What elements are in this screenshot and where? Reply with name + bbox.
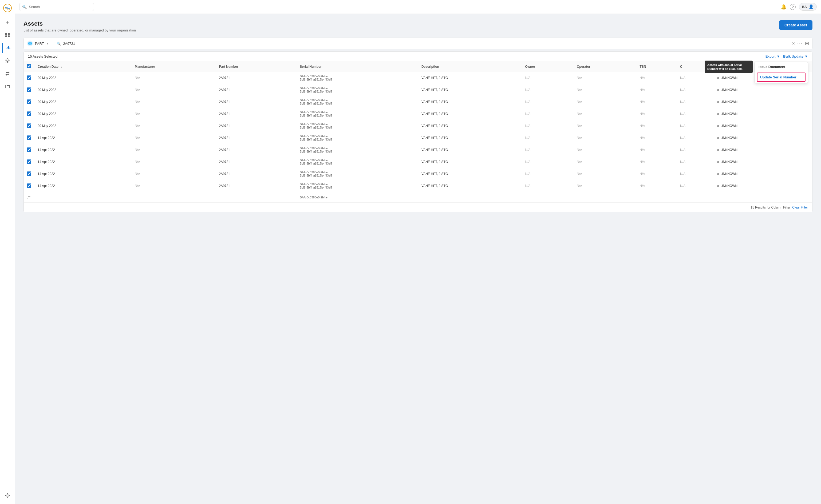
bulk-update-chevron-icon: ▼ [804,54,808,58]
filter-globe-icon: 🌐 [27,41,33,46]
sidebar-item-flights[interactable] [2,43,13,53]
row-operator: N/A [573,84,637,96]
page-header-text: Assets List of assets that are owned, op… [23,20,136,32]
row-creation-date: 20 May 2022 [34,96,131,108]
th-owner[interactable]: Owner [522,61,573,72]
app-logo[interactable] [3,3,12,13]
row-description [418,192,522,203]
row-checkbox[interactable] [27,111,31,116]
row-part-number: 2A9721 [216,168,297,180]
row-checkbox-cell [24,120,34,132]
table-row: 20 May 2022 N/A 2A9721 BAA-0c3388e0-2b4a… [24,84,812,96]
row-checkbox[interactable] [27,75,31,80]
export-button[interactable]: Export ▼ [766,54,780,58]
row-operator: N/A [573,168,637,180]
sidebar-item-maintenance[interactable] [2,55,13,66]
row-manufacturer: N/A [131,144,216,156]
status-dot [717,101,719,103]
row-checkbox[interactable] [27,171,31,176]
status-dot [717,149,719,151]
content-area: Assets List of assets that are owned, op… [15,14,821,504]
filter-type-selector[interactable]: 🌐 PART ▼ [27,41,52,46]
notifications-icon[interactable]: 🔔 [781,4,787,10]
row-tsn: N/A [637,108,677,120]
status-dot [717,137,719,139]
clear-filter-link[interactable]: Clear Filter [792,206,808,209]
sidebar-item-exchange[interactable] [2,68,13,79]
filter-more-icon[interactable]: ··· [797,41,803,46]
row-operator [573,192,637,203]
row-checkbox[interactable] [27,99,31,104]
select-all-checkbox[interactable] [27,64,31,68]
table-row: 14 Apr 2022 N/A 2A9721 BAA-0c3388e0-2b4a… [24,168,812,180]
row-operator: N/A [573,72,637,84]
issue-document-label: Issue Document [759,65,785,69]
row-part-number: 2A9721 [216,180,297,192]
th-operator[interactable]: Operator [573,61,637,72]
bulk-update-button[interactable]: Bulk Update ▼ Issue Document Assets with… [783,54,808,58]
row-checkbox-cell [24,192,34,203]
row-part-number: 2A9721 [216,156,297,168]
row-description: VANE HPT, 2 STG [418,120,522,132]
th-c-label: C [680,65,683,69]
table-body: 20 May 2022 N/A 2A9721 BAA-0c3388e0-2b4a… [24,72,812,203]
row-issue-document: UNKNOWN [714,132,812,144]
svg-point-6 [7,495,8,496]
th-tsn-label: TSN [640,65,646,69]
sidebar-item-settings[interactable] [2,490,13,501]
help-icon[interactable]: ? [790,4,796,10]
sidebar-item-dashboard[interactable] [2,30,13,41]
th-serial-number[interactable]: Serial Number [297,61,418,72]
status-dot [717,125,719,127]
row-checkbox[interactable] [27,147,31,152]
row-serial-number: BAA-0c3388e0-2b4a- 5bf8-5bf4-a1517b4f93a… [297,108,418,120]
th-description[interactable]: Description [418,61,522,72]
filter-columns-icon[interactable]: ⊞ [805,41,809,46]
row-description: VANE HPT, 2 STG [418,132,522,144]
table-row: 20 May 2022 N/A 2A9721 BAA-0c3388e0-2b4a… [24,96,812,108]
sidebar-item-add[interactable]: + [2,17,13,28]
row-operator: N/A [573,144,637,156]
th-creation-date[interactable]: Creation Date ↓ [34,61,131,72]
row-description: VANE HPT, 2 STG [418,84,522,96]
th-tsn[interactable]: TSN [637,61,677,72]
row-checkbox-cell [24,96,34,108]
table-row: 14 Apr 2022 N/A 2A9721 BAA-0c3388e0-2b4a… [24,156,812,168]
row-checkbox[interactable] [27,159,31,164]
th-manufacturer[interactable]: Manufacturer [131,61,216,72]
row-serial-number: BAA-0c3388e0-2b4a- 5bf8-5bf4-a1517b4f93a… [297,132,418,144]
row-checkbox[interactable] [27,195,31,199]
th-part-number[interactable]: Part Number [216,61,297,72]
sort-desc-icon: ↓ [60,65,62,69]
row-issue-document: UNKNOWN [714,108,812,120]
user-badge[interactable]: BA 👤 [799,3,817,11]
bulk-dropdown-update-serial-number[interactable]: Update Serial Number [757,73,806,82]
filter-clear-icon[interactable]: ✕ [792,41,795,46]
row-checkbox[interactable] [27,183,31,188]
search-box[interactable]: 🔍 [19,3,94,11]
user-avatar-icon: 👤 [808,4,814,9]
create-asset-button[interactable]: Create Asset [779,20,812,30]
table-row: 14 Apr 2022 N/A 2A9721 BAA-0c3388e0-2b4a… [24,144,812,156]
bulk-dropdown-issue-document[interactable]: Issue Document Assets with actual Serial… [755,62,808,71]
table-toolbar: 15 Assets Selected Export ▼ Bulk Update … [24,52,812,61]
row-tsn: N/A [637,156,677,168]
row-description: VANE HPT, 2 STG [418,96,522,108]
row-manufacturer: N/A [131,84,216,96]
tooltip-text: Assets with actual Serial Number will be… [707,63,743,70]
table-container: 15 Assets Selected Export ▼ Bulk Update … [23,51,812,212]
row-checkbox[interactable] [27,135,31,140]
row-operator: N/A [573,156,637,168]
th-serial-number-label: Serial Number [300,65,321,69]
sidebar-item-folder[interactable] [2,81,13,92]
row-tsn: N/A [637,72,677,84]
th-operator-label: Operator [577,65,590,69]
update-serial-number-label: Update Serial Number [760,75,796,79]
row-operator: N/A [573,108,637,120]
row-owner: N/A [522,156,573,168]
row-c: N/A [677,72,714,84]
search-input[interactable] [29,5,91,9]
row-checkbox[interactable] [27,123,31,128]
assets-table: Creation Date ↓ Manufacturer Part Number… [24,61,812,203]
row-checkbox[interactable] [27,87,31,92]
